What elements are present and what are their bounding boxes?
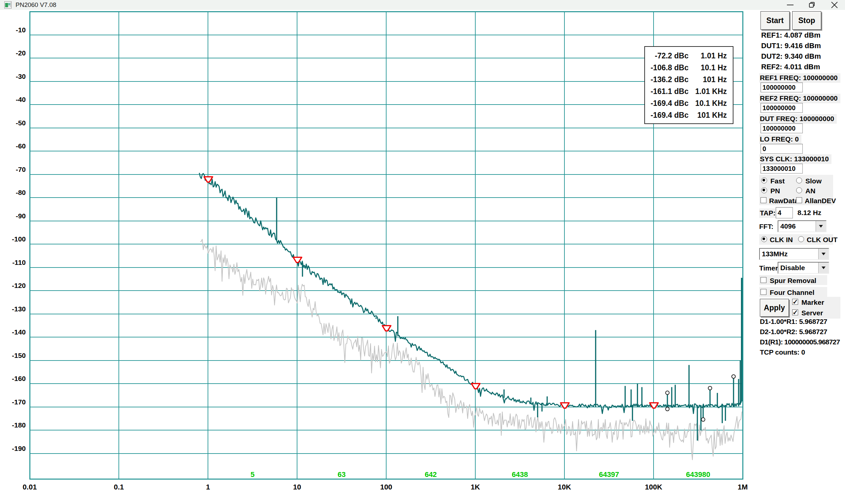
spur-circle-marker [701,418,705,421]
x-axis-tick-label: 10K [558,483,571,491]
apply-button[interactable]: Apply [760,299,789,317]
marker-table-row: -106.8 dBc10.1 Hz [645,62,733,74]
y-axis-tick-label: -180 [12,421,26,429]
y-axis-tick-label: -170 [12,398,26,406]
pn-radio-label: PN [770,187,780,195]
marker-table-row: -72.2 dBc1.01 Hz [645,50,733,62]
stop-button[interactable]: Stop [792,11,821,30]
marker-level-value: -106.8 dBc [645,63,689,72]
marker-triangle [561,403,569,408]
marker-table-row: -169.4 dBc101 KHz [645,109,733,121]
minimize-icon [785,1,795,9]
x-axis-tick-label: 100 [380,483,392,491]
marker-frequency-value: 101 KHz [692,111,727,120]
marker-triangle [650,403,658,408]
marker-frequency-value: 101 Hz [692,75,727,84]
fft-label: FFT: [759,222,773,231]
clk-out-radio-label: CLK OUT [807,235,838,244]
allandev-checkbox[interactable] [796,197,802,203]
d2-r2-stat: D2-1.00*R2: 5.968727 [760,327,827,336]
marker-triangle [382,326,391,331]
ref2-freq-input[interactable] [760,103,803,113]
marker-level-value: -72.2 dBc [645,52,689,60]
spur-circle-marker [708,386,712,390]
decade-count-label: 63 [338,470,346,479]
clk-freq-select[interactable]: 133MHz [759,248,829,260]
y-axis-tick-label: -20 [16,49,26,57]
marker-checkbox-label: Marker [802,298,824,307]
pn-radio[interactable] [761,187,767,193]
app-icon [4,1,12,8]
clk-freq-select-arrow[interactable] [818,249,828,259]
y-axis-tick-label: -110 [12,258,26,266]
dut-phase-noise-trace [199,173,742,414]
slow-radio[interactable] [796,178,802,183]
server-checkbox-label: Server [802,309,823,317]
marker-frequency-value: 1.01 KHz [692,87,727,96]
timer-select-arrow[interactable] [818,263,828,273]
decade-count-label: 642 [425,470,437,479]
start-button[interactable]: Start [760,11,790,30]
marker-triangle [471,384,480,389]
chevron-down-icon [822,267,826,269]
y-axis-tick-label: -150 [12,352,26,359]
an-radio[interactable] [796,187,802,193]
spur-circle-marker [666,391,669,395]
rawdata-checkbox-label: RawData [769,197,798,205]
spur-circle-marker [732,375,735,378]
rawdata-checkbox[interactable] [760,197,767,203]
d1r1-freq-stat: D1(R1): 100000005.968727 [760,338,840,346]
spur-removal-label: Spur Removal [770,276,816,285]
x-axis-tick-label: 100K [645,483,663,491]
y-axis-tick-label: -30 [16,73,26,80]
marker-level-value: -161.1 dBc [645,87,689,96]
sys-clk-input[interactable] [760,164,803,174]
fast-radio[interactable] [761,178,767,183]
chevron-down-icon [822,253,826,255]
x-axis-tick-label: 10 [293,483,301,491]
slow-radio-label: Slow [805,177,822,185]
ref1-freq-input[interactable] [760,83,803,92]
four-channel-label: Four Channel [770,288,814,297]
marker-level-value: -136.2 dBc [645,75,689,84]
fft-select-value: 4096 [778,221,816,232]
dut-freq-input[interactable] [760,123,803,133]
chevron-down-icon [819,225,823,228]
x-axis-tick-label: 1K [471,483,480,491]
tap-label: TAP: [759,209,778,218]
four-channel-checkbox[interactable] [760,289,767,295]
clk-out-radio[interactable] [798,236,804,242]
y-axis-tick-label: -120 [12,282,26,289]
y-axis-tick-label: -100 [12,235,26,243]
spur-circle-marker [666,407,669,411]
fft-select-arrow[interactable] [816,221,826,232]
marker-table-row: -169.4 dBc10.1 KHz [645,97,733,109]
clk-in-radio[interactable] [761,236,767,242]
decade-count-label: 6438 [512,470,528,479]
y-axis-tick-label: -90 [16,212,26,220]
close-button[interactable] [827,0,842,10]
fft-select[interactable]: 4096 [778,220,827,232]
spur-removal-checkbox[interactable] [760,277,767,283]
lo-freq-input[interactable] [760,144,803,154]
y-axis-tick-label: -40 [16,96,26,103]
tap-input[interactable] [776,207,793,218]
d1-r1-stat: D1-1.00*R1: 5.968727 [760,317,827,326]
tcp-counts-stat: TCP counts: 0 [760,348,805,357]
ref2-freq-label: REF2 FREQ: 100000000 [759,94,840,103]
sys-clk-label: SYS CLK: 133000010 [759,155,831,164]
ref1-power-readout: REF1: 4.087 dBm [761,31,821,40]
minimize-button[interactable] [783,0,797,10]
marker-checkbox[interactable] [792,299,798,305]
timer-select[interactable]: Disable [778,262,829,274]
y-axis-tick-label: -130 [12,305,26,313]
y-axis-tick-label: -10 [16,26,26,34]
an-radio-label: AN [805,187,815,195]
marker-frequency-value: 10.1 KHz [692,99,727,108]
restore-button[interactable] [805,0,819,10]
allandev-checkbox-label: AllanDEV [805,197,836,205]
marker-table-row: -161.1 dBc1.01 KHz [645,86,733,97]
decade-count-label: 643980 [686,470,710,479]
marker-frequency-value: 1.01 Hz [692,52,727,60]
server-checkbox[interactable] [792,309,798,315]
